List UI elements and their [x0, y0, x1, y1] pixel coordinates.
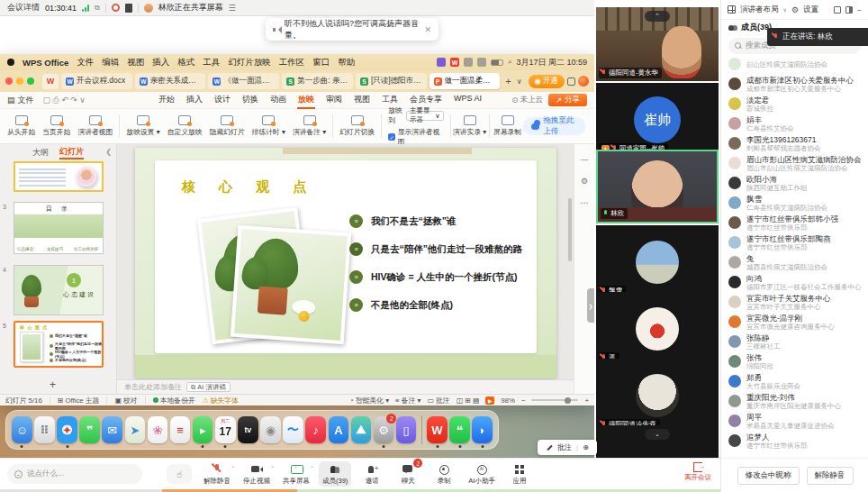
dock-icon-messages[interactable]: ❞ [79, 416, 100, 443]
dock-icon-settings[interactable]: ⚙2 [374, 416, 394, 443]
doc-icon[interactable] [125, 4, 132, 13]
expand-strip-button[interactable]: ⌄ [645, 429, 670, 440]
video-tile-2[interactable]: 崔帅♟同道家园--崔帅 [596, 83, 719, 157]
member-row[interactable]: 彭山区性病艾滋病防治协会 [721, 54, 868, 74]
theme-label[interactable]: ⊞ Office 主题 [58, 396, 100, 405]
unmute-button[interactable]: 解除静音 [807, 467, 854, 485]
quick-chat-input[interactable]: 说点什么... [7, 464, 142, 484]
member-row[interactable]: 飘雪仁寿县性病艾滋病防治协会 [721, 193, 868, 213]
dock-icon-safari[interactable]: ✦ [57, 416, 77, 443]
ribbon-button[interactable]: 演讲者视图 [74, 115, 116, 137]
toast-close-icon[interactable]: ✕ [424, 25, 431, 34]
apple-menu-icon[interactable] [7, 59, 14, 66]
member-row[interactable]: 周平米易县关爱儿童健康促进协会 [721, 411, 868, 431]
slide-editor[interactable]: 核 心 观 点 [135, 148, 556, 378]
ribbon-button[interactable]: 排练计时 ▾ [249, 115, 289, 137]
member-row[interactable]: 娟丰仁寿县性艾协会 [721, 114, 868, 133]
slide-thumbnail-5-selected[interactable]: 核 心 观 点 我们不是去“拯救”谁 只是去“陪伴”他们走过一段难熬的路 HIV… [14, 321, 104, 368]
notes-button[interactable]: ≡ 备注 ▾ [395, 396, 420, 405]
document-tab[interactable]: P做一面温柔的… [429, 73, 501, 89]
menubar-item[interactable]: 编辑 [102, 57, 119, 68]
account-avatar[interactable] [578, 76, 589, 87]
beautify-button[interactable]: ◔ 智能美化 ▾ [349, 396, 389, 405]
tray-icon[interactable] [477, 58, 486, 67]
document-tab[interactable]: W开会议程.docx [61, 73, 132, 89]
member-row[interactable]: 追梦人遂宁市红丝带俱乐部 [721, 431, 868, 451]
caret-icon[interactable]: ⌃ [310, 465, 314, 471]
not-synced-status[interactable]: ⊙ 未上云 [511, 95, 543, 105]
collapse-icon[interactable]: — [581, 155, 589, 164]
slide-thumbnail-2[interactable] [14, 161, 104, 192]
dock-icon-contacts[interactable]: ◉ [260, 416, 281, 443]
document-tab[interactable]: W《做一面温柔的镜子… [208, 73, 279, 89]
popout-icon[interactable]: ⧉ [95, 4, 100, 13]
control-invite[interactable]: 邀请 [357, 461, 387, 487]
slide-thumbnail-3[interactable]: 目 录 心态建设 实操技巧 社工自我关怀 [14, 202, 104, 254]
dock-icon-reminders[interactable]: ≡ [170, 416, 191, 443]
member-row[interactable]: 向鸿德阳市罗江区一枝春社会工作服务中心 [721, 272, 868, 292]
collapse-strip-button[interactable]: ⌃ [645, 11, 670, 22]
menubar-datetime[interactable]: 3月17日 周二 10:59 [516, 57, 587, 68]
dock-icon-finder[interactable]: ☺ [12, 416, 32, 443]
cloud-upload-button[interactable]: 拖拽至此上传 [523, 117, 585, 135]
video-tile-5[interactable]: 遥 [596, 292, 719, 366]
member-row[interactable]: 郑勇大竹县娱乐业商会 [721, 371, 868, 391]
dock-icon-mail[interactable]: ✉ [102, 416, 122, 443]
menubar-item[interactable]: 文件 [77, 57, 94, 68]
ribbon-button[interactable]: 幻灯片切换 [336, 115, 378, 137]
ribbon-button[interactable]: 自定义放映 [164, 115, 206, 137]
wps-home-tab[interactable]: W [42, 74, 59, 89]
dock-icon-launchpad[interactable]: ⠿ [34, 416, 55, 443]
ribbon-button[interactable]: 隐藏幻灯片 [206, 115, 249, 137]
menubar-item[interactable]: 插入 [152, 57, 169, 68]
panel-handle[interactable]: ❯ [587, 288, 594, 323]
menubar-item[interactable]: 幻灯片放映 [228, 57, 271, 68]
quick-access-toolbar[interactable]: ▢ ⎙ ↶ ↷ ∨ [43, 96, 86, 105]
dock-icon-wps[interactable]: W [427, 416, 448, 443]
dock-icon-calendar[interactable]: 周二17 [215, 416, 236, 443]
control-screen[interactable]: 共享屏幕⌃ [279, 461, 313, 487]
minimize-button[interactable]: − [857, 5, 862, 14]
member-row[interactable]: 淡定君蓉城疾控 [721, 94, 868, 114]
caret-icon[interactable]: ⌃ [231, 465, 235, 471]
member-row[interactable]: 李国光13961263671剑阁县帮帮我志愿者协会 [721, 133, 868, 153]
add-slide-button[interactable]: + [50, 378, 56, 391]
document-tab[interactable]: W亲密关系成长10场.doc [135, 73, 206, 89]
control-rec[interactable]: 录制 [429, 461, 459, 487]
control-chat[interactable]: 聊天2 [393, 461, 423, 487]
leave-meeting-button[interactable]: 离开会议 [684, 462, 711, 482]
rename-button[interactable]: 修改会中昵称 [737, 467, 800, 485]
backup-status[interactable]: 本地备份开 [153, 396, 195, 405]
tray-icon[interactable] [464, 58, 473, 67]
upgrade-button[interactable]: ◉ 开通 [529, 75, 565, 88]
member-row[interactable]: 眉山市彭山区性病艾滋病防治协会眉山市彭山区性病艾滋病防治协会 [721, 153, 868, 173]
share-button[interactable]: ↗ 分享 [548, 94, 587, 106]
play-slideshow-button[interactable]: ▶ [485, 396, 494, 405]
comment-button[interactable]: ▭ 批注 [428, 396, 450, 405]
traffic-lights[interactable] [5, 77, 34, 85]
member-row[interactable]: 重庆阳光-刘伟重庆市南岸区阳光健康服务中心 [721, 391, 868, 411]
ribbon-button[interactable]: 从头开始 [4, 115, 39, 137]
ribbon-tab-开始[interactable]: 开始 [158, 92, 176, 109]
ribbon-button[interactable]: 放映设置 ▾ [122, 115, 163, 137]
member-row[interactable]: 兔越西县性病艾滋病防治协会 [721, 252, 868, 272]
search-menu-icon[interactable]: ⌕ [508, 58, 511, 67]
member-row[interactable]: 遂宁市红丝带俱乐部韩小强遂宁市红丝带俱乐部 [721, 213, 868, 232]
dock-icon-wechat[interactable]: ❝ [449, 416, 470, 443]
menubar-item[interactable]: 窗口 [312, 57, 330, 68]
member-row[interactable]: 遂宁市红丝带俱乐部陶燕遂宁市红丝带俱乐部 [721, 232, 868, 252]
ai-notes-button[interactable]: ⧉ AI 演讲稿 [186, 382, 231, 392]
notes-placeholder[interactable]: 单击此处添加备注 [124, 382, 182, 392]
proofing-label[interactable]: ▣ 校对 [114, 396, 137, 405]
video-tile-4[interactable]: 飘雪 [596, 225, 719, 299]
member-row[interactable]: 成都市新津区初心关爱服务中心成都市新津区初心关爱服务中心 [721, 74, 868, 94]
slide-thumbnail-4[interactable]: 1 心态建设 [14, 265, 104, 315]
video-tile-partial[interactable]: ⌄ [596, 425, 719, 458]
ribbon-button[interactable]: 当页开始 [39, 115, 74, 137]
gesture-reaction-button[interactable]: ☝ [167, 464, 192, 484]
slide-canvas[interactable]: 核 心 观 点 [117, 144, 574, 394]
dock-icon-facetime[interactable]: ▸ [193, 416, 213, 443]
ribbon-button[interactable]: 演讲备注 ▾ [289, 115, 330, 137]
control-apps[interactable]: 应用 [504, 461, 535, 487]
ribbon-tab-WPS AI[interactable]: WPS AI [453, 92, 483, 109]
